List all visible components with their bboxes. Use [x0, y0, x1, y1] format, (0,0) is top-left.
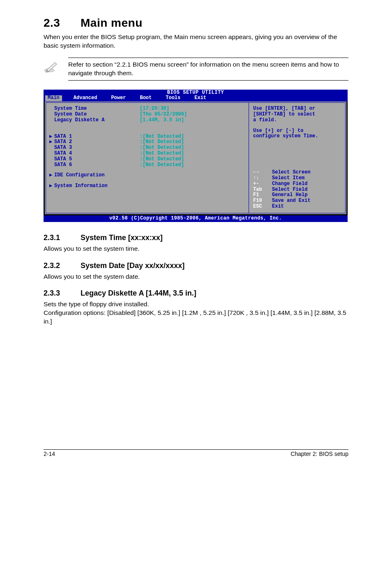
- triangle-icon: ▶: [49, 183, 54, 189]
- bios-title: BIOS SETUP UTILITY: [44, 90, 348, 96]
- help-line: Use [ENTER], [TAB] or: [253, 106, 342, 112]
- key-arrows-ud-icon: ↑↓: [253, 176, 272, 181]
- key-plus-minus: +-: [253, 181, 272, 187]
- bios-footer: v02.58 (C)Copyright 1985-2006, American …: [44, 215, 348, 222]
- subsection-title: System Date [Day xx/xx/xxxx]: [81, 261, 184, 270]
- key-esc: ESC: [253, 204, 272, 210]
- subsection-number: 2.3.1: [44, 234, 81, 242]
- bios-row-system-date[interactable]: System Date [Thu 05/22/2006]: [49, 112, 246, 118]
- bios-row-sata6[interactable]: SATA 6 :[Not Detected]: [49, 162, 246, 168]
- bios-help-pane: Use [ENTER], [TAB] or [SHIFT-TAB] to sel…: [249, 102, 346, 213]
- bios-menu-tools[interactable]: Tools: [166, 95, 180, 101]
- triangle-icon: ▶: [49, 173, 54, 178]
- bios-menu-advanced[interactable]: Advanced: [74, 95, 97, 101]
- label-system-time: System Time: [54, 106, 87, 111]
- subsection-heading: 2.3.2System Date [Day xx/xx/xxxx]: [44, 261, 348, 270]
- page-footer: 2-14 Chapter 2: BIOS setup: [44, 449, 348, 457]
- label-sata5: SATA 5: [54, 156, 72, 162]
- bios-screen: BIOS SETUP UTILITY Main Advanced Power B…: [44, 90, 348, 222]
- bios-row-system-time[interactable]: System Time [17:20:30]: [49, 106, 246, 112]
- legend-select-field: Select Field: [272, 187, 307, 193]
- bios-row-ide-config[interactable]: ▶IDE Configuration: [49, 173, 246, 178]
- bios-row-sata1[interactable]: ▶SATA 1 :[Not Detected]: [49, 134, 246, 140]
- chapter-label: Chapter 2: BIOS setup: [291, 451, 348, 457]
- bios-menu-boot[interactable]: Boot: [140, 95, 152, 101]
- legend-change-field: Change Field: [272, 181, 307, 187]
- legend-save-exit: Save and Exit: [272, 198, 311, 204]
- label-system-info: System Information: [54, 183, 108, 189]
- value-sata4: :[Not Detected]: [140, 151, 184, 157]
- note-callout: Refer to section “2.2.1 BIOS menu screen…: [44, 58, 348, 81]
- bios-row-sata3[interactable]: SATA 3 :[Not Detected]: [49, 145, 246, 151]
- bios-row-system-info[interactable]: ▶System Information: [49, 183, 246, 189]
- intro-paragraph: When you enter the BIOS Setup program, t…: [44, 33, 348, 50]
- bios-help-text: Use [ENTER], [TAB] or [SHIFT-TAB] to sel…: [253, 106, 342, 139]
- bios-row-sata4[interactable]: SATA 4 :[Not Detected]: [49, 151, 246, 157]
- help-line: a field.: [253, 118, 342, 123]
- subsection-number: 2.3.2: [44, 261, 81, 270]
- key-tab: Tab: [253, 187, 272, 193]
- subsection-body: Sets the type of floppy drive installed.…: [44, 300, 348, 326]
- legend-general-help: General Help: [272, 192, 307, 198]
- note-text: Refer to section “2.2.1 BIOS menu screen…: [68, 58, 348, 81]
- key-f1: F1: [253, 192, 272, 198]
- label-sata1: SATA 1: [54, 134, 72, 139]
- pencil-icon: [44, 58, 68, 73]
- value-sata6: :[Not Detected]: [140, 162, 184, 168]
- subsection-title: Legacy Diskette A [1.44M, 3.5 in.]: [81, 289, 196, 297]
- label-ide-config: IDE Configuration: [54, 172, 104, 178]
- value-sata3: :[Not Detected]: [140, 145, 184, 151]
- key-arrows-lr-icon: ←→: [253, 170, 272, 176]
- label-sata6: SATA 6: [54, 162, 72, 168]
- label-sata3: SATA 3: [54, 145, 72, 150]
- bios-row-legacy-diskette[interactable]: Legacy Diskette A [1.44M, 3.5 in]: [49, 118, 246, 123]
- page-number: 2-14: [44, 451, 55, 457]
- value-legacy-diskette: [1.44M, 3.5 in]: [140, 118, 184, 123]
- bios-row-sata2[interactable]: ▶SATA 2 :[Not Detected]: [49, 139, 246, 145]
- subsection-body: Allows you to set the system time.: [44, 245, 348, 253]
- value-sata2: :[Not Detected]: [140, 139, 184, 145]
- key-f10: F10: [253, 198, 272, 204]
- legend-exit: Exit: [272, 204, 284, 210]
- label-sata2: SATA 2: [54, 139, 72, 145]
- subsection-number: 2.3.3: [44, 289, 81, 298]
- legend-select-item: Select Item: [272, 176, 304, 181]
- subsection-heading: 2.3.1System Time [xx:xx:xx]: [44, 234, 348, 242]
- subsection-title: System Time [xx:xx:xx]: [81, 234, 163, 242]
- label-legacy-diskette: Legacy Diskette A: [54, 117, 104, 123]
- section-title: Main menu: [81, 16, 143, 29]
- bios-key-legend: ←→Select Screen ↑↓Select Item +-Change F…: [253, 170, 342, 210]
- bios-menu-main[interactable]: Main: [45, 95, 62, 101]
- bios-menu-bar: Main Advanced Power Boot Tools Exit: [44, 95, 348, 102]
- subsection-heading: 2.3.3Legacy Diskette A [1.44M, 3.5 in.]: [44, 289, 348, 298]
- triangle-icon: ▶: [49, 139, 54, 145]
- section-heading: 2.3Main menu: [44, 16, 348, 30]
- help-line: Use [+] or [-] to: [253, 128, 342, 134]
- bios-row-sata5[interactable]: SATA 5 :[Not Detected]: [49, 157, 246, 162]
- help-line: [SHIFT-TAB] to select: [253, 112, 342, 118]
- label-system-date: System Date: [54, 111, 87, 117]
- bios-menu-exit[interactable]: Exit: [194, 95, 206, 101]
- help-line: configure system Time.: [253, 134, 342, 139]
- section-number: 2.3: [44, 16, 81, 30]
- subsection-body: Allows you to set the system date.: [44, 273, 348, 281]
- triangle-icon: ▶: [49, 134, 54, 140]
- legend-select-screen: Select Screen: [272, 170, 311, 176]
- value-sata1: :[Not Detected]: [140, 134, 184, 140]
- bios-left-pane: System Time [17:20:30] System Date [Thu …: [46, 102, 249, 213]
- bios-menu-power[interactable]: Power: [111, 95, 126, 101]
- value-system-time: [17:20:30]: [140, 106, 169, 112]
- label-sata4: SATA 4: [54, 150, 72, 156]
- value-system-date: [Thu 05/22/2006]: [140, 112, 187, 118]
- value-sata5: :[Not Detected]: [140, 157, 184, 162]
